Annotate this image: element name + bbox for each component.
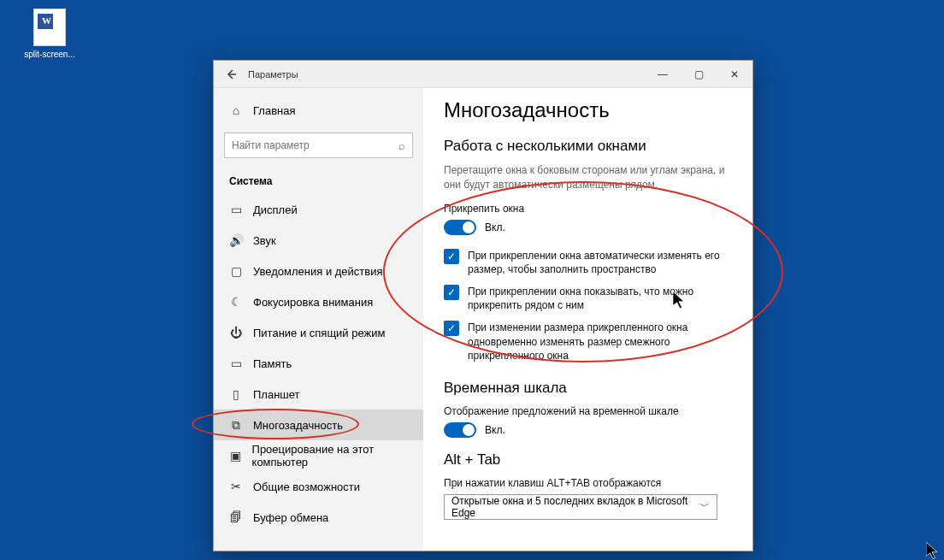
sidebar-item-label: Дисплей: [253, 203, 298, 216]
sidebar-home[interactable]: ⌂ Главная: [214, 95, 423, 126]
checkbox-label: При изменении размера прикрепленного окн…: [468, 321, 732, 363]
page-title: Многозадачность: [444, 98, 732, 122]
sidebar-item-label: Буфер обмена: [253, 511, 328, 524]
snap-toggle[interactable]: Вкл.: [444, 220, 732, 235]
search-input[interactable]: [232, 139, 398, 151]
alttab-select-value: Открытые окна и 5 последних вкладок в Mi…: [451, 495, 699, 519]
snap-toggle-state: Вкл.: [485, 221, 505, 233]
sidebar-section-label: Система: [214, 165, 423, 194]
sidebar-item-label: Память: [253, 357, 292, 370]
focus-icon: ☾: [229, 295, 243, 309]
checkbox-checked-icon: [444, 249, 459, 264]
shared-icon: ✂: [229, 480, 243, 493]
chevron-down-icon: ﹀: [699, 499, 710, 514]
close-button[interactable]: ✕: [717, 61, 752, 87]
multitask-icon: ⧉: [229, 418, 243, 432]
content-pane: Многозадачность Работа с несколькими окн…: [423, 88, 752, 551]
checkbox-label: При прикреплении окна автоматически изме…: [468, 249, 732, 276]
sidebar-home-label: Главная: [253, 104, 295, 117]
desktop-file-label: split-screen...: [19, 50, 80, 59]
memory-icon: ▭: [229, 357, 243, 370]
section-snap-desc: Перетащите окна к боковым сторонам или у…: [444, 163, 732, 192]
section-timeline-heading: Временная шкала: [444, 380, 732, 397]
sidebar-item-sound[interactable]: 🔊 Звук: [214, 225, 423, 256]
titlebar: Параметры — ▢ ✕: [214, 61, 752, 88]
search-box[interactable]: ⌕: [224, 133, 413, 158]
timeline-toggle[interactable]: Вкл.: [444, 422, 732, 438]
checkbox-checked-icon: [444, 285, 459, 300]
sidebar-item-shared[interactable]: ✂ Общие возможности: [214, 471, 423, 502]
clipboard-icon: 🗐: [229, 510, 243, 524]
sidebar-item-projecting[interactable]: ▣ Проецирование на этот компьютер: [214, 440, 423, 471]
notify-icon: ▢: [229, 264, 243, 278]
toggle-track-icon: [444, 220, 476, 235]
sidebar-item-label: Многозадачность: [253, 419, 343, 432]
sidebar-item-multitasking[interactable]: ⧉ Многозадачность: [214, 410, 423, 440]
desktop-file-word[interactable]: split-screen...: [19, 9, 80, 59]
sidebar-item-label: Планшет: [253, 388, 300, 401]
window-title: Параметры: [248, 69, 298, 80]
snap-option-fill[interactable]: При прикреплении окна автоматически изме…: [444, 249, 732, 276]
sidebar-item-clipboard[interactable]: 🗐 Буфер обмена: [214, 502, 423, 533]
arrow-left-icon: [225, 68, 237, 80]
home-icon: ⌂: [229, 103, 243, 117]
cursor-icon: [926, 542, 938, 557]
alttab-select-label: При нажатии клавиш ALT+TAB отображаются: [444, 477, 732, 489]
sidebar-item-label: Уведомления и действия: [253, 265, 383, 278]
toggle-track-icon: [444, 422, 476, 438]
sidebar-item-storage[interactable]: ▭ Память: [214, 348, 423, 379]
search-icon: ⌕: [398, 139, 405, 152]
minimize-button[interactable]: —: [645, 61, 681, 87]
display-icon: ▭: [229, 203, 243, 216]
settings-window: Параметры — ▢ ✕ ⌂ Главная ⌕ Система ▭ Ди…: [213, 60, 753, 551]
sidebar-item-display[interactable]: ▭ Дисплей: [214, 194, 423, 225]
sidebar-item-label: Общие возможности: [253, 480, 360, 493]
snap-option-show-next[interactable]: При прикреплении окна показывать, что мо…: [444, 285, 732, 312]
sidebar-item-label: Звук: [253, 234, 276, 247]
sidebar-item-tablet[interactable]: ▯ Планшет: [214, 379, 423, 410]
snap-option-resize-adjacent[interactable]: При изменении размера прикрепленного окн…: [444, 321, 732, 363]
timeline-toggle-label: Отображение предложений на временной шка…: [444, 405, 732, 417]
word-document-icon: [33, 9, 66, 46]
sound-icon: 🔊: [229, 233, 243, 247]
section-snap-heading: Работа с несколькими окнами: [444, 138, 732, 155]
sidebar-item-notifications[interactable]: ▢ Уведомления и действия: [214, 256, 423, 286]
section-alttab-heading: Alt + Tab: [444, 451, 732, 469]
alttab-select[interactable]: Открытые окна и 5 последних вкладок в Mi…: [444, 494, 717, 520]
sidebar-item-label: Питание и спящий режим: [253, 327, 385, 339]
power-icon: ⏻: [229, 326, 243, 339]
checkbox-checked-icon: [444, 321, 459, 336]
sidebar-item-focus[interactable]: ☾ Фокусировка внимания: [214, 286, 423, 317]
sidebar-item-label: Проецирование на этот компьютер: [252, 443, 416, 469]
project-icon: ▣: [229, 449, 242, 463]
snap-toggle-label: Прикрепить окна: [444, 203, 732, 215]
checkbox-label: При прикреплении окна показывать, что мо…: [468, 285, 732, 312]
timeline-toggle-state: Вкл.: [485, 424, 505, 436]
tablet-icon: ▯: [229, 387, 243, 401]
sidebar-item-label: Фокусировка внимания: [253, 296, 373, 309]
maximize-button[interactable]: ▢: [681, 61, 717, 87]
back-button[interactable]: [214, 61, 248, 87]
sidebar-item-power[interactable]: ⏻ Питание и спящий режим: [214, 317, 423, 348]
sidebar: ⌂ Главная ⌕ Система ▭ Дисплей 🔊 Звук ▢ У…: [214, 88, 423, 551]
